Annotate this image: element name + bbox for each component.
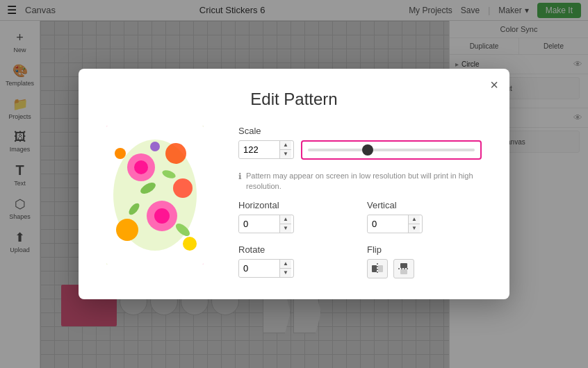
modal-title: Edit Pattern [106, 90, 482, 109]
flip-v-icon [398, 262, 410, 275]
info-row: ℹ Pattern may appear on screen in low re… [238, 171, 482, 192]
scale-down-button[interactable]: ▼ [280, 150, 291, 158]
horizontal-spinners: ▲ ▼ [279, 215, 291, 233]
horizontal-input[interactable] [239, 216, 279, 232]
vertical-control: Vertical ▲ ▼ [367, 200, 482, 233]
pattern-preview [106, 126, 204, 265]
scale-input-row: ▲ ▼ [238, 140, 482, 160]
vertical-input[interactable] [368, 216, 408, 232]
flip-buttons [367, 259, 482, 278]
horizontal-control: Horizontal ▲ ▼ [238, 200, 353, 233]
svg-rect-20 [400, 269, 407, 274]
rotate-up-button[interactable]: ▲ [280, 260, 291, 269]
modal-close-button[interactable]: × [490, 77, 498, 93]
horizontal-label: Horizontal [238, 200, 353, 210]
rotate-input-wrap: ▲ ▼ [238, 259, 294, 278]
scale-spinners: ▲ ▼ [279, 141, 291, 158]
horizontal-up-button[interactable]: ▲ [280, 215, 291, 224]
position-controls: Horizontal ▲ ▼ Vertical [238, 200, 482, 233]
scale-label: Scale [238, 126, 482, 136]
scale-input[interactable] [239, 142, 279, 158]
info-icon: ℹ [238, 172, 242, 181]
flip-control: Flip [367, 244, 482, 278]
rotate-flip-controls: Rotate ▲ ▼ Flip [238, 244, 482, 278]
svg-point-13 [183, 237, 197, 251]
svg-point-4 [165, 143, 186, 164]
vertical-input-wrap: ▲ ▼ [367, 215, 423, 233]
scale-up-button[interactable]: ▲ [280, 141, 291, 150]
rotate-control: Rotate ▲ ▼ [238, 244, 353, 278]
flip-horizontal-button[interactable] [367, 259, 388, 278]
rotate-label: Rotate [238, 244, 353, 255]
modal-overlay: × Edit Pattern [0, 0, 588, 368]
modal-body: Scale ▲ ▼ [106, 126, 482, 279]
rotate-spinners: ▲ ▼ [279, 260, 291, 277]
edit-pattern-modal: × Edit Pattern [79, 69, 509, 300]
info-text: Pattern may appear on screen in low reso… [246, 171, 482, 192]
svg-point-14 [115, 148, 126, 159]
vertical-label: Vertical [367, 200, 482, 210]
rotate-input[interactable] [239, 260, 279, 276]
svg-point-3 [134, 160, 148, 174]
flip-vertical-button[interactable] [393, 259, 414, 278]
flip-h-icon [371, 262, 384, 275]
scale-slider[interactable] [308, 149, 475, 151]
vertical-down-button[interactable]: ▼ [409, 224, 420, 233]
scale-input-wrap: ▲ ▼ [238, 140, 294, 159]
vertical-up-button[interactable]: ▲ [409, 215, 420, 224]
rotate-down-button[interactable]: ▼ [280, 269, 291, 277]
modal-controls: Scale ▲ ▼ [238, 126, 482, 279]
pattern-svg [106, 126, 204, 265]
flip-label: Flip [367, 244, 482, 255]
svg-point-6 [154, 208, 170, 224]
svg-point-15 [150, 142, 160, 151]
svg-rect-17 [378, 265, 383, 272]
vertical-spinners: ▲ ▼ [408, 215, 420, 233]
horizontal-down-button[interactable]: ▼ [280, 224, 291, 233]
pattern-preview-container [106, 126, 218, 279]
svg-rect-19 [400, 263, 407, 268]
svg-point-7 [116, 219, 138, 241]
svg-rect-16 [372, 265, 377, 272]
horizontal-input-wrap: ▲ ▼ [238, 215, 294, 233]
scale-slider-wrap [301, 140, 482, 160]
scale-control: Scale ▲ ▼ [238, 126, 482, 160]
svg-point-8 [173, 178, 193, 198]
